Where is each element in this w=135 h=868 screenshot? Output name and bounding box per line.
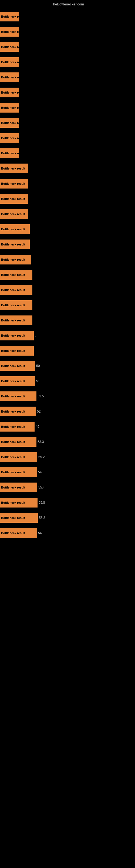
bar-value: 55.2 bbox=[38, 455, 45, 459]
bottleneck-bar: Bottleneck result bbox=[0, 361, 35, 371]
table-row: Bottleneck result bbox=[0, 344, 135, 358]
bottleneck-bar: Bottleneck result bbox=[0, 270, 32, 280]
table-row: Bottleneck result bbox=[0, 207, 135, 221]
bottleneck-bar: Bottleneck res bbox=[0, 27, 19, 37]
table-row: Bottleneck result bbox=[0, 313, 135, 328]
bar-value: 55.4 bbox=[38, 486, 45, 489]
bottleneck-bar: Bottleneck result bbox=[0, 224, 30, 234]
header: TheBottlenecker.com bbox=[0, 0, 135, 8]
table-row: Bottleneck result bbox=[0, 283, 135, 297]
bottleneck-bar: Bottleneck res bbox=[0, 118, 19, 128]
table-row: Bottleneck res bbox=[0, 146, 135, 160]
bottleneck-bar: Bottleneck result bbox=[0, 209, 28, 219]
table-row: Bottleneck result54.3 bbox=[0, 526, 135, 540]
table-row: Bottleneck res bbox=[0, 131, 135, 145]
bottleneck-bar: Bottleneck result bbox=[0, 331, 34, 340]
bar-value: 53.5 bbox=[38, 394, 44, 398]
bottleneck-bar: Bottleneck result bbox=[0, 179, 28, 188]
table-row: Bottleneck res bbox=[0, 116, 135, 130]
table-row: Bottleneck res bbox=[0, 101, 135, 115]
bottleneck-bar: Bottleneck result bbox=[0, 346, 34, 355]
table-row: Bottleneck result bbox=[0, 192, 135, 206]
bottleneck-bar: Bottleneck res bbox=[0, 72, 19, 82]
bottleneck-bar: Bottleneck result bbox=[0, 513, 38, 523]
table-row: Bottleneck res bbox=[0, 86, 135, 99]
table-row: Bottleneck result56.3 bbox=[0, 511, 135, 525]
table-row: Bottleneck result53.5 bbox=[0, 389, 135, 403]
bottleneck-bar: Bottleneck result bbox=[0, 498, 38, 507]
table-row: Bottleneck result55.4 bbox=[0, 480, 135, 495]
bar-value: 50 bbox=[36, 364, 40, 368]
table-row: Bottleneck result54.5 bbox=[0, 465, 135, 479]
bottleneck-bar: Bottleneck res bbox=[0, 12, 19, 22]
table-row: Bottleneck result52. bbox=[0, 404, 135, 418]
table-row: Bottleneck result bbox=[0, 252, 135, 267]
bottleneck-bar: Bottleneck result bbox=[0, 315, 32, 325]
bottleneck-bar: Bottleneck res bbox=[0, 103, 19, 113]
bottleneck-bar: Bottleneck result bbox=[0, 194, 28, 204]
table-row: Bottleneck result55.2 bbox=[0, 450, 135, 464]
bottleneck-bar: Bottleneck result bbox=[0, 467, 37, 477]
bottleneck-bar: Bottleneck res bbox=[0, 148, 19, 158]
table-row: Bottleneck res bbox=[0, 70, 135, 84]
bottleneck-bar: Bottleneck result bbox=[0, 452, 37, 462]
bottleneck-bar: Bottleneck result bbox=[0, 483, 37, 492]
table-row: Bottleneck result49 bbox=[0, 420, 135, 434]
table-row: Bottleneck result50 bbox=[0, 359, 135, 373]
table-row: Bottleneck result55.8 bbox=[0, 496, 135, 510]
table-row: Bottleneck result bbox=[0, 161, 135, 176]
bottleneck-bar: Bottleneck res bbox=[0, 133, 19, 143]
bottleneck-bar: Bottleneck result bbox=[0, 407, 36, 416]
bottleneck-bar: Bottleneck res bbox=[0, 42, 19, 52]
site-title: TheBottlenecker.com bbox=[0, 0, 135, 8]
bar-value: 54.3 bbox=[38, 531, 44, 535]
bottleneck-bar: Bottleneck result bbox=[0, 392, 37, 401]
bar-value: 54.5 bbox=[38, 470, 44, 474]
bottleneck-bar: Bottleneck result bbox=[0, 528, 37, 538]
bar-value: 55.8 bbox=[39, 501, 45, 504]
bottleneck-bar: Bottleneck res bbox=[0, 57, 19, 67]
bottleneck-bar: Bottleneck result bbox=[0, 422, 35, 432]
table-row: Bottleneck result51. bbox=[0, 374, 135, 388]
bar-value: 53.3 bbox=[38, 440, 44, 444]
bottleneck-bar: Bottleneck res bbox=[0, 88, 19, 97]
bottleneck-bar: Bottleneck result bbox=[0, 300, 32, 310]
table-row: Bottleneck res bbox=[0, 25, 135, 39]
bar-value: 51. bbox=[36, 379, 41, 383]
bottleneck-bar: Bottleneck result bbox=[0, 437, 37, 447]
bar-value: 52. bbox=[37, 410, 42, 413]
table-row: Bottleneck result bbox=[0, 177, 135, 191]
bottleneck-bar: Bottleneck result bbox=[0, 240, 30, 249]
table-row: Bottleneck result bbox=[0, 298, 135, 312]
bottleneck-bar: Bottleneck result bbox=[0, 255, 31, 265]
table-row: Bottleneck result bbox=[0, 237, 135, 251]
table-row: Bottleneck result53.3 bbox=[0, 435, 135, 449]
table-row: Bottleneck res bbox=[0, 9, 135, 24]
bottleneck-bar: Bottleneck result bbox=[0, 285, 32, 295]
bar-value: 49 bbox=[36, 425, 39, 429]
bottleneck-bar: Bottleneck result bbox=[0, 376, 35, 386]
table-row: Bottleneck result bbox=[0, 268, 135, 282]
table-row: Bottleneck result. bbox=[0, 329, 135, 343]
bar-value: . bbox=[35, 334, 36, 337]
table-row: Bottleneck res bbox=[0, 40, 135, 54]
bar-value: 56.3 bbox=[39, 516, 45, 520]
table-row: Bottleneck result bbox=[0, 222, 135, 236]
table-row: Bottleneck res bbox=[0, 55, 135, 69]
bottleneck-bar: Bottleneck result bbox=[0, 163, 28, 173]
